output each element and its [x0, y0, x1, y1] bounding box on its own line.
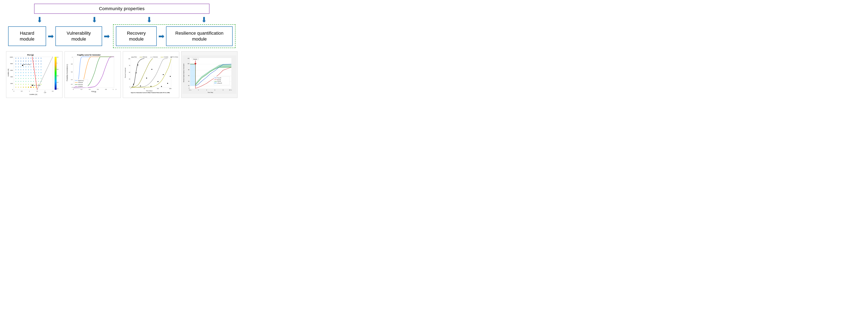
- community-properties-label: Community properties: [99, 6, 145, 11]
- svg-point-114: [23, 81, 24, 82]
- svg-point-113: [21, 81, 21, 82]
- svg-point-31: [35, 58, 36, 59]
- svg-point-124: [21, 84, 21, 85]
- svg-point-43: [38, 61, 39, 62]
- svg-point-102: [21, 78, 21, 79]
- arrow-recovery-to-resilience: ➡: [158, 32, 164, 40]
- pga-chart-container: PGA [g] 1.2 1: [6, 51, 63, 98]
- svg-point-183: [171, 57, 172, 58]
- svg-point-146: [32, 85, 33, 86]
- svg-point-83: [28, 72, 29, 73]
- svg-rect-244: [214, 82, 216, 83]
- svg-point-122: [16, 84, 16, 85]
- svg-point-201: [151, 69, 152, 70]
- svg-text:0.4: 0.4: [89, 89, 91, 90]
- svg-text:0 = t₀: 0 = t₀: [189, 90, 191, 91]
- svg-point-69: [21, 69, 21, 70]
- svg-point-62: [31, 67, 31, 67]
- svg-point-137: [25, 87, 26, 88]
- svg-text:25: 25: [129, 78, 130, 80]
- svg-point-110: [40, 78, 41, 79]
- svg-point-68: [18, 69, 19, 70]
- svg-text:10: 10: [144, 88, 145, 89]
- pga-chart-title: PGA [g]: [27, 54, 34, 56]
- svg-text:2: 2: [116, 89, 116, 90]
- svg-text:120: 120: [187, 58, 189, 59]
- svg-point-205: [161, 86, 162, 87]
- svg-point-34: [16, 61, 16, 62]
- svg-text:6000: 6000: [10, 70, 13, 71]
- svg-text:Moderate: Moderate: [143, 57, 147, 58]
- svg-text:0.4: 0.4: [71, 79, 73, 80]
- svg-point-35: [18, 61, 19, 62]
- svg-point-80: [21, 72, 21, 73]
- svg-point-200: [146, 78, 147, 78]
- svg-text:Fragility curve for Generator: Fragility curve for Generator: [77, 54, 101, 56]
- svg-text:100: 100: [187, 63, 189, 64]
- svg-text:1: 1: [130, 88, 131, 89]
- main-container: Community properties ⬇ ⬇ ⬇ ⬇ Hazard modu…: [0, 0, 244, 100]
- fragility-chart: Fragility curve for Generator 1 0.8 0.6 …: [65, 51, 121, 98]
- svg-point-60: [26, 67, 26, 67]
- svg-text:PGA [g]: PGA [g]: [91, 91, 96, 93]
- svg-point-131: [38, 84, 39, 85]
- svg-point-94: [28, 75, 29, 76]
- svg-text:Min = 0.172g: Min = 0.172g: [24, 64, 30, 65]
- svg-point-120: [38, 81, 39, 82]
- resilience-module-box: Resilience quantification module: [166, 26, 232, 46]
- svg-point-112: [18, 81, 19, 82]
- svg-point-204: [163, 74, 164, 75]
- fragility-chart-container: Fragility curve for Generator 1 0.8 0.6 …: [65, 51, 121, 98]
- svg-point-33: [40, 58, 41, 59]
- svg-point-89: [16, 75, 16, 76]
- svg-point-57: [18, 67, 19, 67]
- svg-text:0.8: 0.8: [57, 69, 59, 70]
- svg-text:80: 80: [188, 69, 189, 71]
- svg-text:1: 1: [113, 89, 113, 90]
- svg-point-125: [23, 84, 24, 85]
- svg-point-95: [31, 75, 31, 76]
- svg-text:Time (days): Time (days): [146, 90, 152, 92]
- svg-text:0: 0: [189, 88, 189, 89]
- svg-point-27: [26, 58, 26, 59]
- pga-chart: PGA [g] 1.2 1: [6, 51, 63, 98]
- svg-point-109: [38, 78, 39, 79]
- svg-text:0.2: 0.2: [57, 88, 59, 90]
- svg-point-47: [21, 64, 21, 65]
- community-box-row: Community properties: [4, 2, 240, 15]
- svg-text:1.2: 1.2: [57, 57, 59, 58]
- svg-point-134: [18, 87, 19, 88]
- svg-point-126: [26, 84, 26, 85]
- svg-text:100: 100: [128, 58, 130, 59]
- svg-point-85: [33, 72, 34, 73]
- svg-point-92: [23, 75, 24, 76]
- svg-point-54: [38, 64, 39, 65]
- svg-text:Time Step: Time Step: [208, 92, 213, 93]
- arrow-down-hazard: ⬇: [19, 16, 60, 24]
- svg-text:0: 0: [73, 89, 73, 90]
- svg-text:0.6: 0.6: [97, 89, 98, 90]
- svg-point-116: [28, 81, 29, 82]
- svg-text:moderate: moderate: [78, 82, 83, 83]
- svg-text:LoRsys,RS: LoRsys,RS: [217, 83, 222, 84]
- svg-point-199: [140, 85, 141, 86]
- svg-point-104: [26, 78, 26, 79]
- svg-text:6: 6: [215, 90, 215, 91]
- svg-point-39: [28, 61, 29, 62]
- svg-text:Location, [m]: Location, [m]: [29, 94, 37, 96]
- svg-point-144: [22, 65, 23, 66]
- svg-point-25: [21, 58, 21, 59]
- svg-point-53: [35, 64, 36, 65]
- svg-point-59: [23, 67, 24, 67]
- recovery-module-box: Recovery module: [116, 26, 157, 46]
- svg-point-28: [28, 58, 29, 59]
- arrow-vulnerability-to-recovery: ➡: [104, 32, 110, 40]
- svg-point-37: [23, 61, 24, 62]
- vulnerability-module-box: Vulnerability module: [55, 26, 102, 46]
- svg-point-140: [33, 86, 34, 88]
- svg-point-203: [157, 81, 158, 82]
- vulnerability-module-label: Vulnerability module: [67, 31, 91, 41]
- svg-point-73: [31, 69, 31, 70]
- svg-point-71: [26, 69, 26, 70]
- svg-point-111: [16, 81, 16, 82]
